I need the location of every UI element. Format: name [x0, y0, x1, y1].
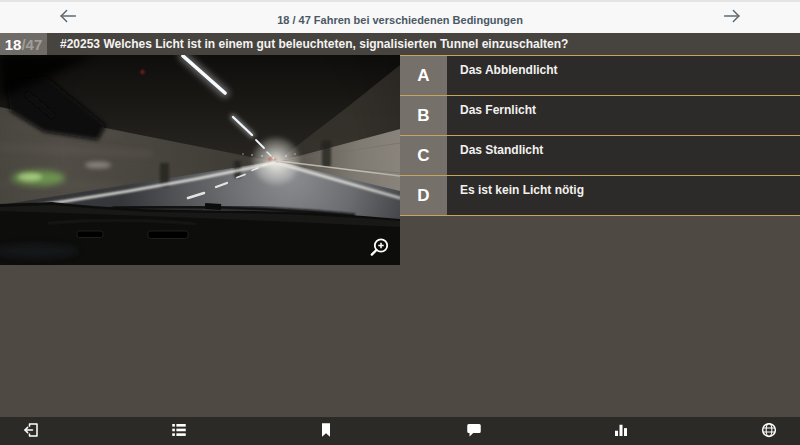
question-image[interactable] [0, 55, 400, 265]
page-title: 18 / 47 Fahren bei verschiedenen Bedingu… [0, 4, 800, 35]
bookmark-button[interactable] [308, 417, 344, 445]
magnifier-plus-icon [367, 236, 392, 260]
answer-text: Es ist kein Licht nötig [447, 176, 800, 215]
list-icon [170, 421, 188, 442]
answer-text: Das Fernlicht [447, 96, 800, 135]
question-bar: 18/47 #20253 Welches Licht ist in einem … [0, 33, 800, 55]
tunnel-photo-illustration [0, 55, 400, 265]
answer-text: Das Standlicht [447, 136, 800, 175]
language-button[interactable] [751, 417, 787, 445]
question-text: #20253 Welches Licht ist in einem gut be… [47, 33, 800, 55]
bar-chart-icon [612, 421, 630, 442]
answer-option-b[interactable]: B Das Fernlicht [400, 96, 800, 136]
globe-icon [760, 421, 778, 442]
comment-icon [465, 421, 483, 442]
top-nav: 18 / 47 Fahren bei verschiedenen Bedingu… [0, 0, 800, 33]
answer-letter: C [400, 136, 447, 175]
image-zoom-button[interactable] [367, 236, 392, 260]
bottom-toolbar [0, 417, 800, 445]
arrow-left-icon [57, 5, 79, 30]
question-list-button[interactable] [161, 417, 197, 445]
comments-button[interactable] [456, 417, 492, 445]
previous-question-button[interactable] [52, 2, 84, 33]
answer-text: Das Abblendlicht [447, 56, 800, 95]
next-question-button[interactable] [716, 2, 748, 33]
answer-letter: D [400, 176, 447, 215]
question-number-current: 18 [5, 36, 22, 53]
answer-list: A Das Abblendlicht B Das Fernlicht C Das… [400, 55, 800, 216]
app-window: 18 / 47 Fahren bei verschiedenen Bedingu… [0, 0, 800, 445]
arrow-right-icon [721, 5, 743, 30]
bookmark-icon [318, 421, 334, 442]
answer-letter: B [400, 96, 447, 135]
statistics-button[interactable] [603, 417, 639, 445]
exit-icon [22, 421, 40, 442]
answer-option-c[interactable]: C Das Standlicht [400, 136, 800, 176]
answer-letter: A [400, 56, 447, 95]
question-number-total: 47 [26, 36, 43, 53]
answer-option-a[interactable]: A Das Abblendlicht [400, 56, 800, 96]
exit-button[interactable] [13, 417, 49, 445]
answer-option-d[interactable]: D Es ist kein Licht nötig [400, 176, 800, 216]
question-counter-badge: 18/47 [0, 33, 47, 55]
